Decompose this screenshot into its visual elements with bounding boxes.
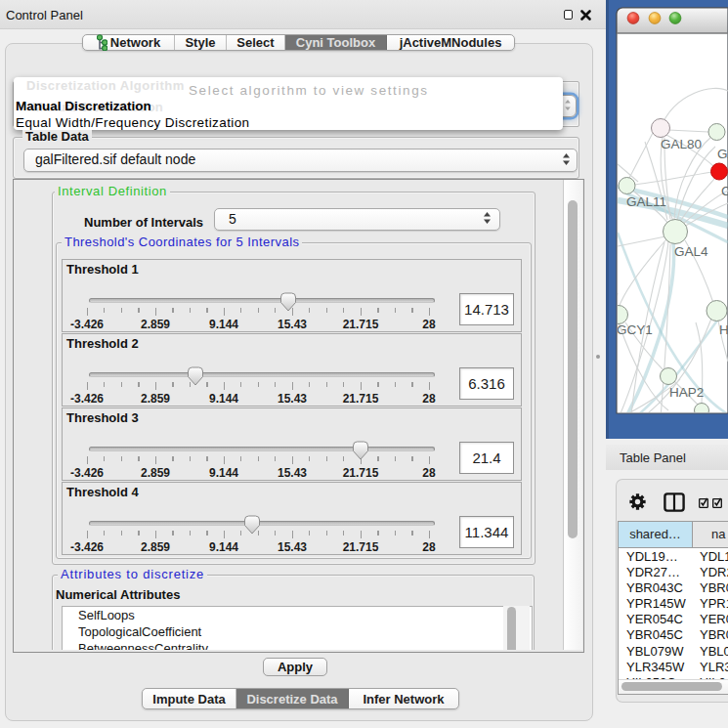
svg-text:GCY1: GCY1 — [617, 322, 653, 337]
svg-text:C: C — [721, 184, 728, 198]
svg-text:GAL11: GAL11 — [626, 194, 666, 209]
svg-text:GAL80: GAL80 — [661, 137, 702, 151]
svg-text:GA: GA — [717, 147, 728, 161]
svg-text:GAL4: GAL4 — [674, 244, 708, 259]
svg-text:HAP2: HAP2 — [669, 385, 704, 400]
svg-text:H: H — [719, 322, 728, 337]
